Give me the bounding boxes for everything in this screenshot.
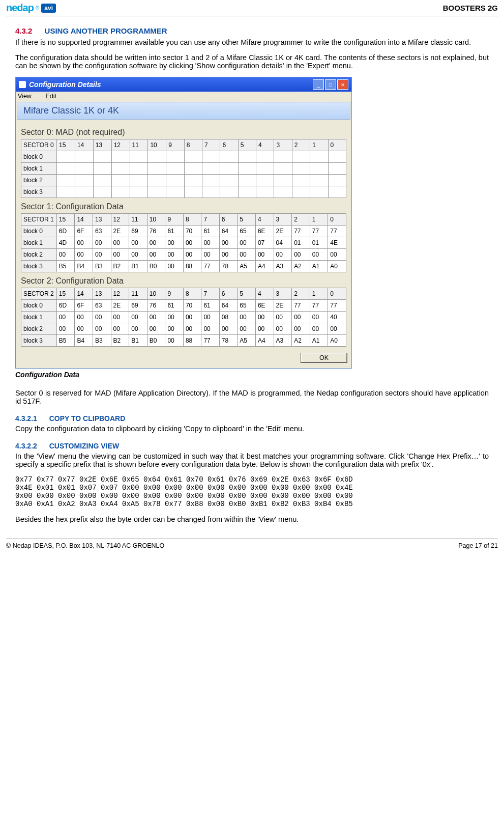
- cell: 00: [201, 323, 219, 335]
- cell: [256, 163, 274, 175]
- table-row: block 200000000000000000000000000000000: [21, 249, 346, 261]
- cell: 88: [183, 335, 201, 347]
- paragraph-2: The configuration data should be written…: [15, 53, 489, 70]
- cell: [238, 163, 256, 175]
- logo: nedap ® avi: [6, 2, 56, 14]
- section-heading: 4.3.2 USING ANOTHER PROGRAMMER: [15, 26, 489, 35]
- close-button[interactable]: ✕: [337, 79, 348, 90]
- cell: 00: [111, 323, 129, 335]
- table-header-cell: 15: [57, 139, 75, 151]
- cell: 04: [274, 237, 292, 249]
- minimize-button[interactable]: _: [313, 79, 324, 90]
- cell: 00: [75, 312, 93, 323]
- table-header-cell: 3: [274, 214, 292, 226]
- menu-view[interactable]: View: [18, 93, 38, 100]
- cell: [328, 151, 346, 163]
- ok-button[interactable]: OK: [301, 353, 347, 363]
- config-details-window: Configuration Details _ □ ✕ View Edit Mi…: [15, 77, 352, 369]
- cell: 00: [219, 323, 237, 335]
- subsection-1-title: COPY TO CLIPBOARD: [49, 414, 126, 423]
- row-label: block 2: [21, 175, 57, 186]
- cell: 00: [238, 312, 256, 323]
- cell: 00: [165, 237, 183, 249]
- cell: 00: [219, 249, 237, 261]
- cell: 00: [165, 323, 183, 335]
- table-header-cell: 1: [310, 214, 328, 226]
- cell: [310, 163, 328, 175]
- cell: [256, 151, 274, 163]
- cell: [220, 175, 238, 186]
- cell: [238, 186, 256, 198]
- row-label: block 0: [21, 300, 57, 312]
- row-label: block 3: [21, 261, 57, 272]
- cell: B5: [56, 335, 75, 347]
- cell: [111, 186, 130, 198]
- cell: [184, 163, 202, 175]
- table-row: block 06D6F632E697661706164656E2E777777: [21, 300, 346, 312]
- cell: 00: [75, 237, 93, 249]
- maximize-button[interactable]: □: [325, 79, 336, 90]
- row-label: block 3: [21, 335, 57, 347]
- subsection-1-number: 4.3.2.1: [15, 414, 47, 423]
- cell: A4: [255, 261, 274, 272]
- cell: A3: [274, 335, 292, 347]
- cell: [238, 151, 256, 163]
- cell: B2: [111, 261, 129, 272]
- cell: 00: [56, 323, 75, 335]
- table-header-cell: 1: [310, 139, 328, 151]
- table-header-cell: 14: [75, 139, 93, 151]
- table-header-label: SECTOR 0: [21, 139, 57, 151]
- table-row: block 2: [21, 175, 346, 186]
- cell: 77: [310, 226, 328, 237]
- cell: 01: [310, 237, 328, 249]
- cell: [130, 151, 148, 163]
- cell: [220, 151, 238, 163]
- cell: 00: [129, 249, 147, 261]
- cell: [148, 151, 166, 163]
- cell: [57, 163, 75, 175]
- subsection-1-heading: 4.3.2.1 COPY TO CLIPBOARD: [15, 414, 489, 423]
- cell: B0: [147, 261, 165, 272]
- registered-mark: ®: [36, 5, 39, 11]
- paragraph-5: In the 'View' menu the viewing can be cu…: [15, 452, 489, 468]
- table-header-cell: 12: [111, 139, 130, 151]
- cell: 63: [93, 226, 111, 237]
- table-header-cell: 14: [75, 288, 93, 300]
- header-product: BOOSTERS 2G: [443, 4, 498, 12]
- row-label: block 3: [21, 186, 57, 198]
- window-menubar: View Edit: [16, 92, 351, 101]
- row-label: block 1: [21, 237, 57, 249]
- cell: 61: [201, 300, 219, 312]
- logo-text: nedap: [6, 2, 34, 14]
- cell: 77: [292, 226, 310, 237]
- logo-badge: avi: [41, 4, 56, 13]
- cell: [130, 186, 148, 198]
- cell: [202, 186, 220, 198]
- cell: 00: [147, 323, 165, 335]
- cell: A1: [310, 335, 328, 347]
- cell: [93, 151, 111, 163]
- cell: 00: [165, 249, 183, 261]
- section-title: USING ANOTHER PROGRAMMER: [45, 26, 167, 35]
- menu-edit[interactable]: Edit: [45, 93, 63, 100]
- cell: [166, 186, 184, 198]
- paragraph-6: Besides the hex prefix also the byte ord…: [15, 515, 489, 523]
- paragraph-1: If there is no supported programmer avai…: [15, 38, 489, 46]
- cell: [310, 175, 328, 186]
- cell: [93, 175, 111, 186]
- table-header-cell: 3: [274, 288, 292, 300]
- cell: 00: [165, 261, 183, 272]
- cell: 00: [219, 237, 237, 249]
- table-header-cell: 11: [129, 214, 147, 226]
- cell: 69: [129, 226, 147, 237]
- table-header-cell: 2: [292, 139, 310, 151]
- cell: 64: [219, 300, 237, 312]
- table-header-cell: 5: [238, 139, 256, 151]
- cell: A5: [238, 261, 256, 272]
- cell: [93, 186, 111, 198]
- cell: B4: [75, 335, 93, 347]
- cell: 65: [238, 300, 256, 312]
- cell: 00: [255, 323, 274, 335]
- cell: 00: [310, 312, 328, 323]
- table-header-cell: 13: [93, 288, 111, 300]
